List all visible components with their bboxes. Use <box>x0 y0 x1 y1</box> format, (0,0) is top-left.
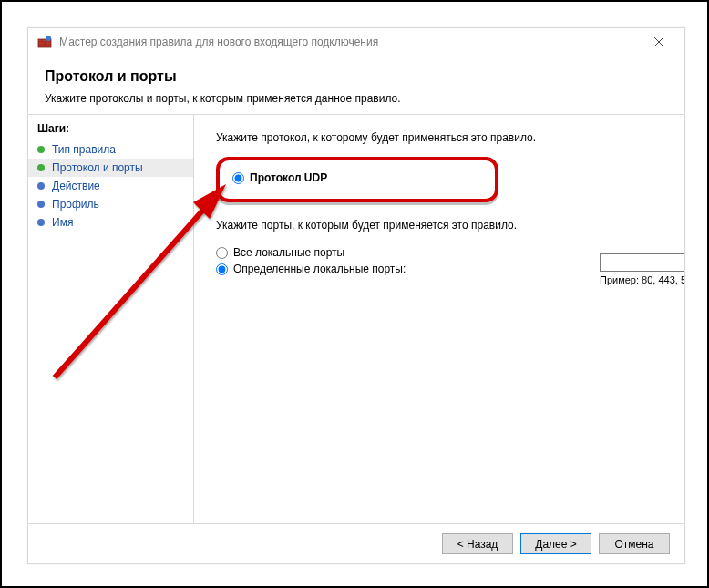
titlebar: Мастер создания правила для нового входя… <box>28 28 684 56</box>
step-rule-type[interactable]: Тип правила <box>28 140 193 159</box>
annotation-highlight: Протокол UDP <box>216 157 498 202</box>
ports-input[interactable] <box>600 253 684 272</box>
window-title: Мастер создания правила для нового входя… <box>59 36 641 48</box>
back-button[interactable]: < Назад <box>442 533 513 554</box>
close-button[interactable] <box>641 29 677 55</box>
step-protocol-ports[interactable]: Протокол и порты <box>28 159 193 177</box>
step-profile[interactable]: Профиль <box>28 195 193 213</box>
step-name[interactable]: Имя <box>28 213 193 232</box>
protocol-udp-label: Протокол UDP <box>250 171 327 184</box>
ports-all-label: Все локальные порты <box>233 246 344 259</box>
step-bullet-icon <box>37 201 45 208</box>
protocol-prompt: Укажите протокол, к которому будет приме… <box>216 131 663 144</box>
ports-all-row[interactable]: Все локальные порты <box>216 244 663 261</box>
ports-specific-label: Определенные локальные порты: <box>233 263 406 275</box>
next-button[interactable]: Далее > <box>520 533 591 554</box>
step-bullet-icon <box>37 146 45 153</box>
ports-example: Пример: 80, 443, 5000-5010 <box>600 274 684 285</box>
step-label: Имя <box>52 216 73 229</box>
page-description: Укажите протоколы и порты, к которым при… <box>45 92 668 105</box>
svg-point-7 <box>46 36 51 41</box>
step-bullet-icon <box>37 182 45 190</box>
protocol-udp-row[interactable]: Протокол UDP <box>232 170 482 186</box>
cancel-button[interactable]: Отмена <box>599 533 670 554</box>
step-label: Действие <box>52 180 100 192</box>
ports-specific-radio[interactable] <box>216 263 228 275</box>
step-bullet-icon <box>37 219 45 226</box>
wizard-header: Протокол и порты Укажите протоколы и пор… <box>28 56 684 114</box>
ports-specific-row[interactable]: Определенные локальные порты: <box>216 261 663 277</box>
ports-all-radio[interactable] <box>216 247 228 259</box>
wizard-window: Мастер создания правила для нового входя… <box>27 27 685 564</box>
firewall-icon <box>37 35 52 49</box>
step-label: Протокол и порты <box>52 161 143 174</box>
ports-prompt: Укажите порты, к которым будет применяет… <box>216 219 663 232</box>
steps-heading: Шаги: <box>28 120 193 140</box>
close-icon <box>654 37 663 46</box>
page-title: Протокол и порты <box>45 68 668 85</box>
button-bar: < Назад Далее > Отмена <box>28 523 684 563</box>
steps-sidebar: Шаги: Тип правила Протокол и порты Дейст… <box>28 115 194 523</box>
step-bullet-icon <box>37 164 45 171</box>
step-label: Тип правила <box>52 143 116 156</box>
wizard-content: Укажите протокол, к которому будет приме… <box>194 115 684 523</box>
step-label: Профиль <box>52 198 99 211</box>
protocol-udp-radio[interactable] <box>232 172 244 184</box>
step-action[interactable]: Действие <box>28 177 193 195</box>
